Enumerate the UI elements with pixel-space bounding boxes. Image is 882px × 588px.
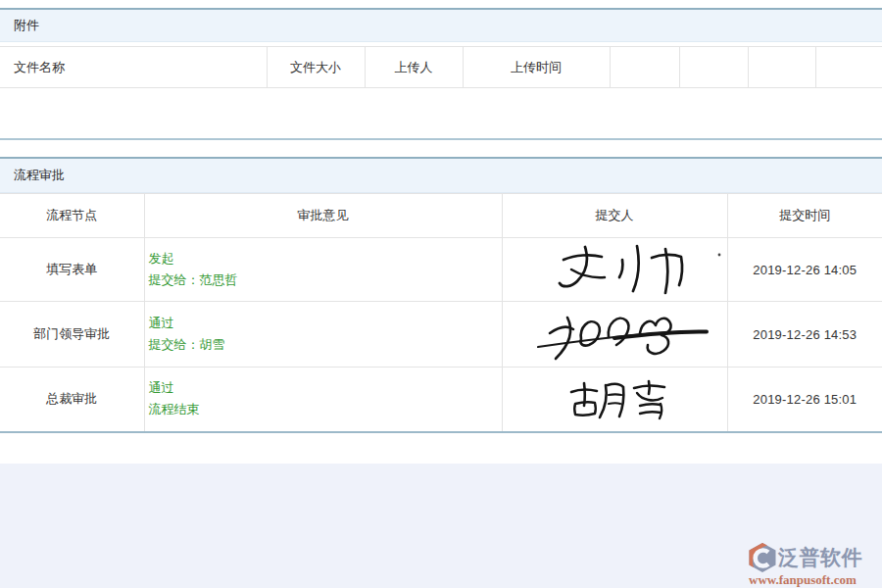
approval-section-title: 流程审批 — [14, 167, 65, 184]
opinion-action: 发起 — [149, 248, 502, 270]
approval-record-page: 附件 文件名称 文件大小 上传人 上传时间 流程审批 流程节点 审批意见 提交人 — [0, 8, 882, 588]
attachments-table: 文件名称 文件大小 上传人 上传时间 — [0, 46, 882, 88]
col-file-size: 文件大小 — [267, 47, 365, 88]
fanpu-logo-icon — [749, 543, 776, 572]
submit-time: 2019-12-26 15:01 — [727, 368, 882, 432]
opinion-action: 通过 — [149, 377, 502, 399]
col-empty-1 — [610, 47, 679, 88]
attachments-empty-body — [0, 88, 882, 140]
flow-node: 总裁审批 — [0, 368, 144, 432]
brand-name: 泛普软件 — [778, 544, 862, 571]
signature-cell — [502, 238, 727, 302]
signature-hu-xue — [507, 376, 722, 421]
col-empty-2 — [679, 47, 748, 88]
spacer — [0, 433, 882, 455]
footer-area: 泛普软件 www.fanpusoft.com — [0, 464, 882, 588]
signature-fan-sizhe — [507, 304, 722, 365]
attachments-section-header: 附件 — [0, 8, 882, 42]
approval-header-row: 流程节点 审批意见 提交人 提交时间 — [0, 194, 882, 238]
opinion-target: 流程结束 — [149, 399, 502, 420]
opinion-target: 提交给：范思哲 — [149, 270, 502, 291]
col-submit-time: 提交时间 — [727, 194, 882, 238]
flow-node: 填写表单 — [0, 238, 144, 302]
approval-section-header: 流程审批 — [0, 157, 882, 193]
submit-time: 2019-12-26 14:53 — [727, 302, 882, 368]
approval-opinion: 通过 提交给：胡雪 — [144, 302, 502, 368]
brand-logo: 泛普软件 www.fanpusoft.com — [749, 543, 876, 588]
submit-time: 2019-12-26 14:05 — [727, 238, 882, 302]
approval-opinion: 发起 提交给：范思哲 — [144, 238, 502, 302]
signature-cell — [502, 302, 727, 368]
flow-node: 部门领导审批 — [0, 302, 144, 368]
col-file-name: 文件名称 — [0, 47, 267, 88]
col-empty-3 — [748, 47, 815, 88]
approval-row-3: 总裁审批 通过 流程结束 — [0, 368, 882, 432]
approval-opinion: 通过 流程结束 — [144, 368, 502, 432]
col-flow-node: 流程节点 — [0, 194, 144, 238]
attachments-section-title: 附件 — [14, 17, 39, 34]
col-empty-4 — [815, 47, 882, 88]
stray-dot — [718, 254, 721, 257]
attachments-header-row: 文件名称 文件大小 上传人 上传时间 — [0, 47, 882, 88]
brand-url-link[interactable]: www.fanpusoft.com — [749, 572, 876, 588]
col-upload-time: 上传时间 — [463, 47, 610, 88]
col-uploader: 上传人 — [365, 47, 463, 88]
opinion-action: 通过 — [149, 313, 502, 334]
col-submitter: 提交人 — [502, 194, 727, 238]
signature-li-shuai — [507, 242, 722, 297]
opinion-target: 提交给：胡雪 — [149, 334, 502, 356]
col-approval-opinion: 审批意见 — [144, 194, 502, 238]
approval-row-1: 填写表单 发起 提交给：范思哲 2019-1 — [0, 238, 882, 302]
signature-cell — [502, 368, 727, 432]
approval-row-2: 部门领导审批 通过 提交给：胡雪 2019-12-26 14:53 — [0, 302, 882, 368]
approval-table: 流程节点 审批意见 提交人 提交时间 填写表单 发起 提交给：范思哲 — [0, 193, 882, 433]
